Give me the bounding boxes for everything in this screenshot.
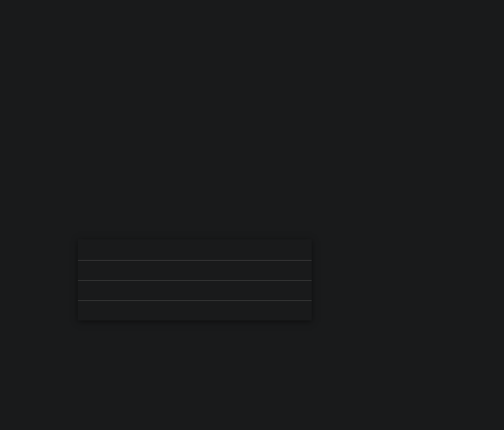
diagnostic-source: [117, 298, 128, 300]
hover-doc-row: [78, 260, 312, 280]
hover-signature: [78, 239, 312, 260]
hover-tooltip: [78, 239, 312, 320]
hover-status-row: [78, 300, 312, 320]
hover-diagnostic-row: [78, 280, 312, 300]
code-editor[interactable]: [0, 0, 504, 430]
